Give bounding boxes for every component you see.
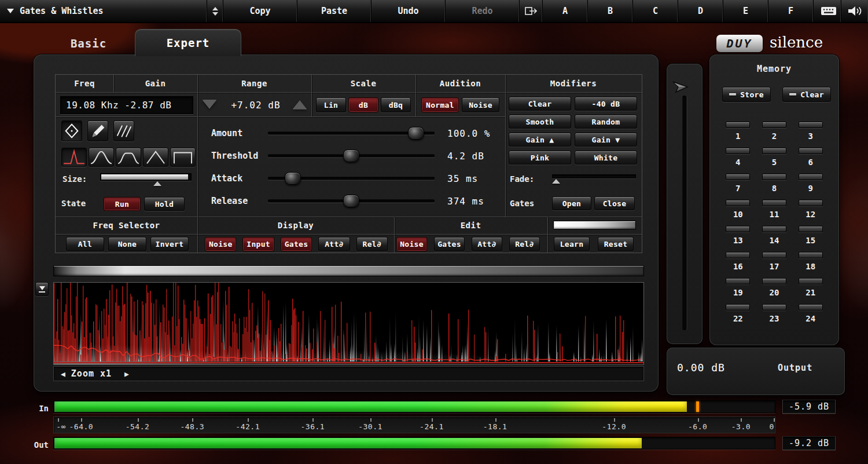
copy-button[interactable]: Copy	[223, 0, 297, 22]
gates-close-button[interactable]: Close	[594, 196, 635, 210]
amount-slider[interactable]	[268, 132, 435, 135]
memory-slot-16-button[interactable]	[726, 252, 750, 258]
undo-button[interactable]: Undo	[372, 0, 446, 22]
memory-slot-19-button[interactable]	[726, 278, 750, 284]
curve-triangle-button[interactable]	[143, 148, 168, 167]
zoom-prev-button[interactable]: ◀	[61, 370, 65, 378]
display-gates-button[interactable]: Gates	[281, 237, 312, 251]
snapshot-f-button[interactable]: F	[768, 0, 814, 22]
modifier-gain-down-button[interactable]: Gain ▼	[575, 133, 637, 147]
edit-att-button[interactable]: Att∂	[472, 237, 502, 251]
memory-slot-11-button[interactable]	[762, 200, 786, 206]
memory-slot-20-button[interactable]	[762, 278, 786, 284]
snapshot-c-button[interactable]: C	[633, 0, 678, 22]
memory-slot-8-button[interactable]	[762, 174, 786, 180]
audition-normal-button[interactable]: Normal	[421, 97, 459, 112]
spectrum-canvas[interactable]	[54, 283, 643, 364]
modifier-minus-40db-button[interactable]: -40 dB	[575, 97, 637, 111]
snapshot-export-button[interactable]	[520, 0, 543, 22]
memory-slot-14-button[interactable]	[762, 226, 786, 232]
memory-slot-15-button[interactable]	[799, 226, 823, 232]
display-att-button[interactable]: Att∂	[318, 237, 350, 251]
fade-slider[interactable]	[552, 174, 636, 178]
audition-noise-button[interactable]: Noise	[462, 97, 499, 112]
paste-button[interactable]: Paste	[297, 0, 372, 22]
memory-slot-22-button[interactable]	[726, 304, 750, 310]
modifier-white-button[interactable]: White	[575, 151, 637, 165]
release-slider[interactable]	[268, 200, 435, 203]
hatch-tool-button[interactable]	[113, 120, 134, 141]
scale-db-button[interactable]: dB	[348, 97, 378, 112]
edit-gates-button[interactable]: Gates	[434, 237, 465, 251]
snapshot-d-button[interactable]: D	[678, 0, 723, 22]
curve-square-button[interactable]	[170, 148, 196, 167]
amount-knob[interactable]	[408, 127, 424, 140]
memory-slot-10-button[interactable]	[726, 200, 750, 206]
memory-slot-5-button[interactable]	[762, 148, 786, 154]
size-slider[interactable]	[100, 173, 192, 181]
scale-lin-button[interactable]: Lin	[316, 97, 346, 112]
edit-noise-button[interactable]: Noise	[396, 237, 427, 251]
modifier-random-button[interactable]: Random	[575, 115, 637, 129]
display-noise-button[interactable]: Noise	[205, 237, 236, 251]
memory-slot-1-button[interactable]	[726, 122, 750, 128]
snapshot-a-button[interactable]: A	[543, 0, 588, 22]
memory-slot-3-button[interactable]	[799, 122, 823, 128]
range-decrement-button[interactable]	[202, 98, 217, 111]
tab-expert[interactable]: Expert	[135, 29, 241, 56]
range-increment-button[interactable]	[292, 98, 307, 111]
attack-slider[interactable]	[268, 177, 435, 180]
memory-slot-18-button[interactable]	[799, 252, 823, 258]
memory-slot-12-button[interactable]	[799, 200, 823, 206]
spectrum-marker-button[interactable]	[35, 282, 49, 296]
display-rel-button[interactable]: Rel∂	[356, 237, 388, 251]
node-tool-button[interactable]	[61, 120, 82, 141]
memory-slot-17-button[interactable]	[762, 252, 786, 258]
zoom-next-button[interactable]: ▶	[124, 370, 129, 378]
output-fader[interactable]	[683, 96, 687, 330]
threshold-slider[interactable]	[268, 155, 435, 158]
spectrum-display[interactable]	[53, 282, 644, 365]
memory-slot-13-button[interactable]	[726, 226, 750, 232]
fade-marker[interactable]	[552, 179, 560, 184]
memory-slot-24-button[interactable]	[799, 304, 823, 310]
modifier-gain-up-button[interactable]: Gain ▲	[509, 133, 571, 147]
memory-slot-2-button[interactable]	[762, 122, 786, 128]
gates-open-button[interactable]: Open	[552, 196, 591, 210]
release-knob[interactable]	[343, 195, 359, 207]
snapshot-b-button[interactable]: B	[588, 0, 633, 22]
curve-bell-button[interactable]	[89, 148, 114, 167]
memory-slot-4-button[interactable]	[726, 148, 750, 154]
size-marker[interactable]	[153, 181, 161, 186]
tab-basic[interactable]: Basic	[57, 32, 120, 54]
preset-dropdown[interactable]: Gates & Whistles	[0, 0, 207, 22]
preset-stepper[interactable]	[207, 0, 223, 22]
threshold-knob[interactable]	[343, 149, 359, 162]
overview-scrollbar[interactable]	[53, 265, 644, 276]
freqsel-invert-button[interactable]: Invert	[150, 237, 189, 251]
curve-peak-button[interactable]	[61, 148, 87, 167]
attack-knob[interactable]	[285, 172, 301, 185]
run-button[interactable]: Run	[104, 197, 141, 211]
memory-slot-23-button[interactable]	[762, 304, 786, 310]
scale-dbq-button[interactable]: dBq	[381, 97, 411, 112]
memory-store-button[interactable]: Store	[722, 87, 771, 102]
curve-round-button[interactable]	[116, 148, 141, 167]
memory-clear-button[interactable]: Clear	[782, 87, 831, 102]
reset-button[interactable]: Reset	[598, 237, 634, 251]
freqsel-none-button[interactable]: None	[108, 237, 146, 251]
edit-rel-button[interactable]: Rel∂	[509, 237, 540, 251]
display-input-button[interactable]: Input	[242, 237, 274, 251]
modifier-clear-button[interactable]: Clear	[509, 97, 571, 111]
snapshot-e-button[interactable]: E	[723, 0, 768, 22]
modifier-smooth-button[interactable]: Smooth	[509, 115, 571, 129]
memory-slot-7-button[interactable]	[726, 174, 750, 180]
hold-button[interactable]: Hold	[144, 197, 185, 211]
pencil-tool-button[interactable]	[87, 120, 108, 141]
memory-slot-21-button[interactable]	[799, 278, 823, 284]
keyboard-button[interactable]	[816, 0, 841, 22]
memory-slot-6-button[interactable]	[799, 148, 823, 154]
learn-button[interactable]: Learn	[554, 237, 590, 251]
memory-slot-9-button[interactable]	[799, 174, 823, 180]
speaker-button[interactable]	[841, 0, 868, 22]
